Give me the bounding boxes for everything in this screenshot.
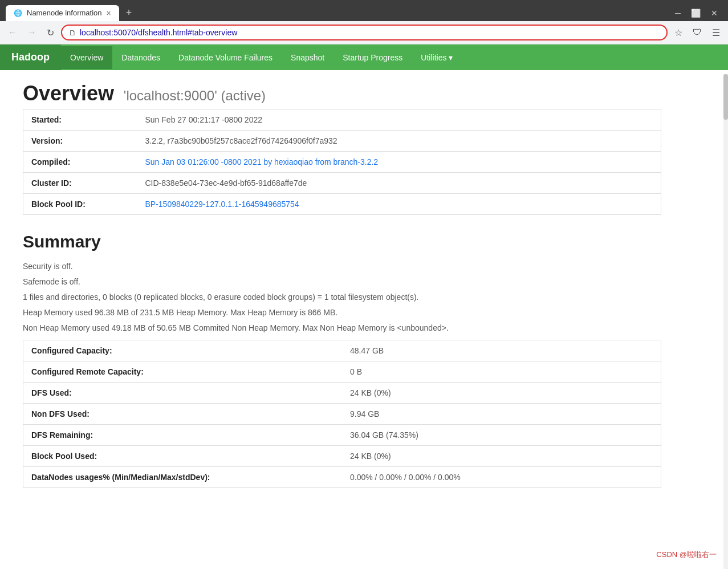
dfs-used-value: 24 KB (0%) <box>342 383 661 404</box>
nav-item-overview[interactable]: Overview <box>61 46 112 69</box>
security-text: Security is off. <box>23 261 661 273</box>
nav-item-utilities[interactable]: Utilities ▾ <box>412 46 462 69</box>
nav-item-datanodes[interactable]: Datanodes <box>112 46 169 69</box>
table-row: Started: Sun Feb 27 00:21:17 -0800 2022 <box>23 109 661 131</box>
table-row: Version: 3.2.2, r7a3bc90b05f257c8ace2f76… <box>23 131 661 152</box>
dfs-remaining-label: DFS Remaining: <box>23 425 343 446</box>
nav-item-startup-progress[interactable]: Startup Progress <box>334 46 412 69</box>
version-value: 3.2.2, r7a3bc90b05f257c8ace2f76d74264906… <box>137 131 661 152</box>
address-bar[interactable] <box>80 28 660 37</box>
table-row: Configured Remote Capacity: 0 B <box>23 361 661 383</box>
table-row: Configured Capacity: 48.47 GB <box>23 340 661 361</box>
block-pool-id-value: BP-1509840229-127.0.1.1-1645949685754 <box>137 194 661 215</box>
non-dfs-used-value: 9.94 GB <box>342 404 661 425</box>
table-row: DataNodes usages% (Min/Median/Max/stdDev… <box>23 467 661 488</box>
heap-memory-text: Heap Memory used 96.38 MB of 231.5 MB He… <box>23 307 661 319</box>
dfs-used-label: DFS Used: <box>23 383 343 404</box>
datanodes-usages-label: DataNodes usages% (Min/Median/Max/stdDev… <box>23 467 343 488</box>
version-label: Version: <box>23 131 137 152</box>
overview-heading: Overview 'localhost:9000' (active) <box>23 82 661 105</box>
table-row: Block Pool Used: 24 KB (0%) <box>23 446 661 467</box>
close-tab-button[interactable]: × <box>107 9 111 18</box>
table-row: Compiled: Sun Jan 03 01:26:00 -0800 2021… <box>23 152 661 173</box>
summary-heading: Summary <box>23 232 661 251</box>
scrollbar[interactable] <box>723 74 728 499</box>
compiled-label: Compiled: <box>23 152 137 173</box>
non-heap-memory-text: Non Heap Memory used 49.18 MB of 50.65 M… <box>23 322 661 334</box>
main-content: Overview 'localhost:9000' (active) Start… <box>0 70 684 499</box>
window-restore-button[interactable]: ⬜ <box>686 6 705 20</box>
reload-button[interactable]: ↻ <box>43 25 58 40</box>
overview-subtitle: 'localhost:9000' (active) <box>120 88 266 103</box>
files-dirs-text: 1 files and directories, 0 blocks (0 rep… <box>23 291 661 303</box>
cluster-id-label: Cluster ID: <box>23 173 137 194</box>
table-row: Cluster ID: CID-838e5e04-73ec-4e9d-bf65-… <box>23 173 661 194</box>
block-pool-used-label: Block Pool Used: <box>23 446 343 467</box>
configured-remote-capacity-label: Configured Remote Capacity: <box>23 361 343 383</box>
block-pool-used-value: 24 KB (0%) <box>342 446 661 467</box>
block-pool-id-label: Block Pool ID: <box>23 194 137 215</box>
table-row: Block Pool ID: BP-1509840229-127.0.1.1-1… <box>23 194 661 215</box>
window-close-button[interactable]: ✕ <box>706 6 722 20</box>
browser-tab[interactable]: 🌐 Namenode information × <box>6 5 119 21</box>
back-button[interactable]: ← <box>5 25 21 40</box>
forward-button[interactable]: → <box>24 25 40 40</box>
table-row: DFS Remaining: 36.04 GB (74.35%) <box>23 425 661 446</box>
nav-item-snapshot[interactable]: Snapshot <box>282 46 334 69</box>
started-value: Sun Feb 27 00:21:17 -0800 2022 <box>137 109 661 131</box>
cluster-id-value: CID-838e5e04-73ec-4e9d-bf65-91d68affe7de <box>137 173 661 194</box>
bookmark-button[interactable]: ☆ <box>671 25 686 40</box>
address-bar-container: 🗋 <box>61 25 668 40</box>
browser-toolbar: ← → ↻ 🗋 ☆ 🛡 ☰ <box>0 21 728 44</box>
overview-info-table: Started: Sun Feb 27 00:21:17 -0800 2022 … <box>23 109 661 215</box>
tab-favicon: 🌐 <box>14 9 22 17</box>
menu-button[interactable]: ☰ <box>709 25 723 40</box>
overview-title: Overview <box>23 82 114 105</box>
hadoop-brand[interactable]: Hadoop <box>0 44 61 70</box>
non-dfs-used-label: Non DFS Used: <box>23 404 343 425</box>
started-label: Started: <box>23 109 137 131</box>
hadoop-navbar: Hadoop Overview Datanodes Datanode Volum… <box>0 44 728 70</box>
table-row: Non DFS Used: 9.94 GB <box>23 404 661 425</box>
utilities-label: Utilities <box>421 53 446 62</box>
configured-remote-capacity-value: 0 B <box>342 361 661 383</box>
tab-title: Namenode information <box>27 9 102 17</box>
compiled-value: Sun Jan 03 01:26:00 -0800 2021 by hexiao… <box>137 152 661 173</box>
datanodes-usages-value: 0.00% / 0.00% / 0.00% / 0.00% <box>342 467 661 488</box>
window-minimize-button[interactable]: ─ <box>670 6 685 20</box>
scroll-thumb[interactable] <box>723 74 728 120</box>
toolbar-right: ☆ 🛡 ☰ <box>671 25 723 40</box>
dfs-remaining-value: 36.04 GB (74.35%) <box>342 425 661 446</box>
address-favicon-icon: 🗋 <box>69 29 76 37</box>
configured-capacity-value: 48.47 GB <box>342 340 661 361</box>
nav-item-datanode-volume-failures[interactable]: Datanode Volume Failures <box>169 46 282 69</box>
new-tab-button[interactable]: + <box>121 5 137 21</box>
dropdown-chevron-icon: ▾ <box>449 53 453 62</box>
shield-button[interactable]: 🛡 <box>689 25 705 40</box>
configured-capacity-label: Configured Capacity: <box>23 340 343 361</box>
safemode-text: Safemode is off. <box>23 276 661 288</box>
table-row: DFS Used: 24 KB (0%) <box>23 383 661 404</box>
summary-table: Configured Capacity: 48.47 GB Configured… <box>23 340 661 488</box>
